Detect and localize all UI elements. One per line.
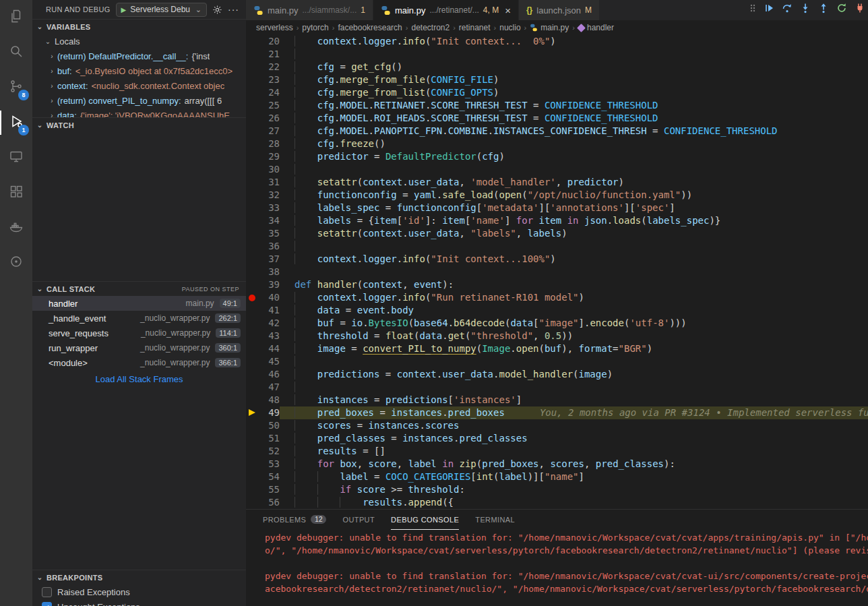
code-line[interactable]: 30 bbox=[246, 163, 868, 176]
code-line[interactable]: 49 pred_boxes = instances.pred_boxesYou,… bbox=[246, 406, 868, 419]
code-line[interactable]: 43 threshold = float(data.get("threshold… bbox=[246, 330, 868, 342]
code-line[interactable]: 50 scores = instances.scores bbox=[246, 419, 868, 432]
more-actions-icon[interactable]: ··· bbox=[228, 4, 239, 15]
gutter-glyph[interactable] bbox=[246, 368, 258, 381]
gutter-glyph[interactable] bbox=[246, 35, 258, 48]
continue-button[interactable] bbox=[764, 3, 774, 13]
gutter-glyph[interactable] bbox=[246, 202, 258, 214]
gutter-glyph[interactable] bbox=[246, 73, 258, 86]
gutter-glyph[interactable] bbox=[246, 304, 258, 317]
step-over-button[interactable] bbox=[782, 3, 793, 13]
code-line[interactable]: 32 functionconfig = yaml.safe_load(open(… bbox=[246, 189, 868, 202]
scope-locals[interactable]: ⌄ Locals bbox=[32, 34, 246, 49]
tab-main-py-retinanet[interactable]: main.py .../retinanet/... 4, M × bbox=[373, 0, 519, 20]
code-line[interactable]: 26 cfg.MODEL.ROI_HEADS.SCORE_THRESH_TEST… bbox=[246, 112, 868, 125]
code-line[interactable]: 20 context.logger.info("Init context... … bbox=[246, 35, 868, 48]
panel-tab-debug-console[interactable]: DEBUG CONSOLE bbox=[391, 510, 459, 530]
step-into-button[interactable] bbox=[800, 3, 811, 13]
code-line[interactable]: 34 labels = {item['id']: item['name'] fo… bbox=[246, 214, 868, 227]
breadcrumb-item-pytorch[interactable]: pytorch bbox=[302, 23, 328, 32]
activitybar-run-and-debug[interactable]: 1 bbox=[0, 105, 32, 140]
code-line[interactable]: 56 results.append({ bbox=[246, 496, 868, 509]
code-line[interactable]: 21 bbox=[246, 48, 868, 61]
stack-frame[interactable]: handlermain.py49:1 bbox=[32, 296, 246, 311]
breadcrumb-item-mainpy[interactable]: main.py bbox=[530, 23, 569, 32]
activitybar-search[interactable] bbox=[0, 35, 32, 70]
gutter-glyph[interactable] bbox=[246, 227, 258, 240]
launch-config-dropdown[interactable]: ▶ Serverless Debu ⌄ bbox=[116, 3, 207, 17]
gutter-glyph[interactable] bbox=[246, 317, 258, 330]
code-line[interactable]: 22 cfg = get_cfg() bbox=[246, 61, 868, 73]
code-line[interactable]: 48 instances = predictions['instances'] bbox=[246, 394, 868, 406]
code-line[interactable]: 53 for box, score, label in zip(pred_box… bbox=[246, 458, 868, 471]
gutter-glyph[interactable] bbox=[246, 419, 258, 432]
code-line[interactable]: 46 predictions = context.user_data.model… bbox=[246, 368, 868, 381]
gutter-glyph[interactable] bbox=[246, 471, 258, 483]
activitybar-explorer[interactable] bbox=[0, 0, 32, 35]
gutter-glyph[interactable] bbox=[246, 125, 258, 138]
gutter-glyph[interactable] bbox=[246, 61, 258, 73]
gutter-glyph[interactable] bbox=[246, 278, 258, 291]
breakpoint-icon[interactable] bbox=[249, 295, 255, 301]
breadcrumb-item-facebookresearch[interactable]: facebookresearch bbox=[338, 23, 402, 32]
breadcrumb-item-handler[interactable]: handler bbox=[578, 23, 614, 32]
gutter-glyph[interactable] bbox=[246, 432, 258, 445]
code-line[interactable]: 27 cfg.MODEL.PANOPTIC_FPN.COMBINE.INSTAN… bbox=[246, 125, 868, 138]
gutter-glyph[interactable] bbox=[246, 176, 258, 189]
variable-row[interactable]: ›(return) convert_PIL_to_numpy:array([[[… bbox=[32, 93, 246, 108]
close-icon[interactable]: × bbox=[505, 5, 511, 16]
gutter-glyph[interactable] bbox=[246, 214, 258, 227]
code-line[interactable]: 35 setattr(context.user_data, "labels", … bbox=[246, 227, 868, 240]
breadcrumb-item-detectron2[interactable]: detectron2 bbox=[411, 23, 450, 32]
drag-handle-icon[interactable] bbox=[749, 3, 756, 13]
code-line[interactable]: 40 context.logger.info("Run retinanet-R1… bbox=[246, 291, 868, 304]
variable-row[interactable]: ›(return) DefaultPredictor.__call__:{'in… bbox=[32, 49, 246, 63]
activitybar-docker[interactable] bbox=[0, 210, 32, 245]
variable-row[interactable]: ›data:{'image': 'iVBORw0KGgoAAAANSUhE bbox=[32, 108, 246, 117]
start-debugging-icon[interactable]: ▶ bbox=[121, 6, 127, 13]
code-line[interactable]: 55 if score >= threshold: bbox=[246, 483, 868, 496]
gutter-glyph[interactable] bbox=[246, 355, 258, 368]
code-line[interactable]: 36 bbox=[246, 240, 868, 253]
breadcrumb-item-nuclio[interactable]: nuclio bbox=[499, 23, 520, 32]
gutter-glyph[interactable] bbox=[246, 240, 258, 253]
code-line[interactable]: 54 label = COCO_CATEGORIES[int(label)]["… bbox=[246, 471, 868, 483]
tab-launch-json[interactable]: {} launch.json M bbox=[519, 0, 600, 20]
gutter-glyph[interactable] bbox=[246, 86, 258, 99]
checkbox[interactable] bbox=[42, 587, 52, 597]
tab-main-py-siammask[interactable]: main.py .../siammask/... 1 bbox=[246, 0, 373, 20]
gutter-glyph[interactable] bbox=[246, 150, 258, 163]
gutter-glyph[interactable] bbox=[246, 48, 258, 61]
activitybar-remote-explorer[interactable] bbox=[0, 140, 32, 175]
code-line[interactable]: 39def handler(context, event): bbox=[246, 278, 868, 291]
code-line[interactable]: 41 data = event.body bbox=[246, 304, 868, 317]
checkbox[interactable]: ✓ bbox=[42, 602, 52, 606]
gutter-glyph[interactable] bbox=[246, 99, 258, 112]
stack-frame[interactable]: _handle_event_nuclio_wrapper.py262:1 bbox=[32, 311, 246, 326]
gutter-glyph[interactable] bbox=[246, 266, 258, 278]
breakpoint-row[interactable]: ✓Uncaught Exceptions bbox=[32, 599, 246, 606]
restart-button[interactable] bbox=[836, 3, 847, 13]
code-line[interactable]: 23 cfg.merge_from_file(CONFIG_FILE) bbox=[246, 73, 868, 86]
gutter-glyph[interactable] bbox=[246, 291, 258, 304]
code-line[interactable]: 28 cfg.freeze() bbox=[246, 138, 868, 150]
disconnect-button[interactable] bbox=[855, 3, 865, 13]
step-out-button[interactable] bbox=[818, 3, 829, 13]
code-line[interactable]: 31 setattr(context.user_data, 'model_han… bbox=[246, 176, 868, 189]
load-all-stack-frames-link[interactable]: Load All Stack Frames bbox=[32, 372, 246, 387]
breakpoints-section-header[interactable]: ⌄ BREAKPOINTS bbox=[32, 570, 246, 584]
activitybar-source-control[interactable]: 8 bbox=[0, 70, 32, 105]
code-line[interactable]: 29 predictor = DefaultPredictor(cfg) bbox=[246, 150, 868, 163]
gutter-glyph[interactable] bbox=[246, 406, 258, 419]
gutter-glyph[interactable] bbox=[246, 381, 258, 394]
stack-frame[interactable]: <module>_nuclio_wrapper.py366:1 bbox=[32, 355, 246, 370]
variable-row[interactable]: ›context:<nuclio_sdk.context.Context obj… bbox=[32, 78, 246, 93]
gutter-glyph[interactable] bbox=[246, 330, 258, 342]
code-line[interactable]: 33 labels_spec = functionconfig['metadat… bbox=[246, 202, 868, 214]
breadcrumb-item-serverless[interactable]: serverless bbox=[256, 23, 293, 32]
gutter-glyph[interactable] bbox=[246, 483, 258, 496]
gutter-glyph[interactable] bbox=[246, 458, 258, 471]
variables-section-header[interactable]: ⌄ VARIABLES bbox=[32, 19, 246, 34]
gutter-glyph[interactable] bbox=[246, 496, 258, 509]
variable-row[interactable]: ›buf:<_io.BytesIO object at 0x7f5a2dc1ec… bbox=[32, 63, 246, 78]
